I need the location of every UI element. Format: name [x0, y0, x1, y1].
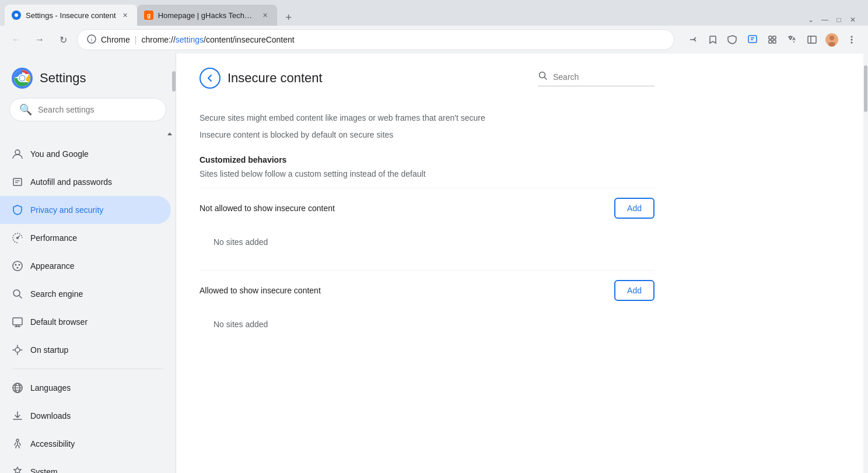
address-bar[interactable]: i Chrome | chrome://settings/content/ins…: [77, 29, 674, 50]
chevron-down-icon[interactable]: ⌄: [805, 14, 817, 26]
tab-ghacks-close[interactable]: ✕: [261, 10, 270, 20]
performance-icon: [12, 232, 23, 244]
reload-button[interactable]: ↻: [54, 30, 72, 49]
autofill-icon: [12, 176, 23, 188]
svg-rect-11: [769, 40, 772, 43]
description-2: Insecure content is blocked by default o…: [200, 129, 654, 141]
customized-behaviors-title: Customized behaviors: [200, 155, 654, 164]
lock-icon: i: [87, 34, 96, 45]
chrome-logo-icon: [12, 68, 33, 89]
sidebar-item-appearance[interactable]: Appearance: [0, 252, 171, 280]
sidebar-item-default-browser[interactable]: Default browser: [0, 308, 171, 336]
svg-text:i: i: [91, 37, 92, 43]
tab-ghacks-title: Homepage | gHacks Technology: [158, 11, 256, 20]
system-icon: [12, 466, 23, 473]
tab-settings-close[interactable]: ✕: [121, 10, 130, 20]
sidebar-toggle-icon[interactable]: [803, 30, 821, 49]
avatar-icon[interactable]: [822, 30, 841, 49]
person-icon: [12, 148, 23, 160]
svg-rect-12: [773, 40, 776, 43]
back-nav-button[interactable]: ←: [7, 30, 26, 49]
address-separator: |: [135, 35, 137, 44]
settings-search-input[interactable]: [38, 105, 156, 114]
page-title: Insecure content: [228, 71, 323, 86]
svg-rect-9: [769, 36, 772, 39]
sidebar-item-on-startup[interactable]: On startup: [0, 336, 171, 364]
svg-rect-6: [748, 36, 757, 43]
accessibility-icon: [12, 438, 23, 450]
svg-point-26: [15, 150, 20, 155]
sidebar-item-performance[interactable]: Performance: [0, 224, 171, 252]
sidebar-item-search-engine[interactable]: Search engine: [0, 280, 171, 308]
svg-text:g: g: [147, 12, 150, 19]
right-scrollbar[interactable]: [863, 54, 868, 473]
sidebar-item-languages-label: Languages: [30, 383, 71, 393]
main-content-wrapper: Insecure content Secure sites might e: [176, 54, 868, 473]
svg-point-34: [17, 267, 19, 269]
sidebar-item-downloads[interactable]: Downloads: [0, 402, 171, 430]
shield-icon[interactable]: [723, 30, 742, 49]
tab-settings-title: Settings - Insecure content: [26, 11, 116, 20]
back-button[interactable]: [200, 68, 220, 89]
svg-point-40: [15, 348, 20, 352]
forward-nav-button[interactable]: →: [30, 30, 49, 49]
svg-point-1: [15, 13, 18, 17]
svg-rect-13: [808, 36, 816, 43]
sidebar-item-system-label: System: [30, 467, 58, 473]
new-tab-button[interactable]: +: [281, 9, 297, 26]
search-engine-icon: [12, 288, 23, 300]
sidebar-item-autofill[interactable]: Autofill and passwords: [0, 168, 171, 196]
sidebar: Settings 🔍 You and Google: [0, 54, 176, 473]
not-allowed-no-sites: No sites added: [200, 228, 654, 256]
sidebar-item-privacy-label: Privacy and security: [30, 205, 103, 215]
svg-point-17: [828, 42, 835, 47]
svg-point-31: [13, 261, 22, 271]
allowed-no-sites: No sites added: [200, 310, 654, 338]
tab-settings[interactable]: Settings - Insecure content ✕: [5, 5, 137, 26]
svg-rect-10: [773, 36, 776, 39]
sidebar-item-you-and-google-label: You and Google: [30, 149, 89, 159]
sidebar-item-default-browser-label: Default browser: [30, 317, 88, 327]
page-search-box[interactable]: [538, 71, 654, 86]
menu-icon[interactable]: [842, 30, 861, 49]
globe-icon: [12, 382, 23, 394]
tab-search-icon[interactable]: [743, 30, 762, 49]
svg-point-16: [830, 36, 834, 40]
svg-point-18: [851, 36, 853, 38]
ghacks-favicon: g: [144, 10, 153, 20]
svg-point-19: [851, 39, 853, 41]
sidebar-item-search-engine-label: Search engine: [30, 289, 83, 299]
allowed-label: Allowed to show insecure content: [200, 286, 321, 295]
page-header: Insecure content: [200, 68, 654, 98]
page-search-icon: [538, 71, 548, 83]
sidebar-item-on-startup-label: On startup: [30, 345, 68, 355]
svg-point-20: [851, 42, 853, 44]
sidebar-item-languages[interactable]: Languages: [0, 374, 171, 402]
page-search-input[interactable]: [553, 72, 646, 82]
sidebar-header: Settings: [0, 58, 176, 93]
search-icon: 🔍: [19, 103, 32, 116]
allowed-add-button[interactable]: Add: [614, 280, 654, 301]
palette-icon: [12, 260, 23, 272]
svg-point-25: [20, 76, 25, 81]
sidebar-item-system[interactable]: System: [0, 458, 171, 473]
tab-ghacks[interactable]: g Homepage | gHacks Technology ✕: [137, 5, 277, 26]
translate-icon[interactable]: [783, 30, 802, 49]
svg-point-46: [16, 439, 19, 442]
not-allowed-add-button[interactable]: Add: [614, 198, 654, 219]
main-content: Insecure content Secure sites might e: [176, 54, 863, 473]
sidebar-item-privacy[interactable]: Privacy and security: [0, 196, 171, 224]
sidebar-item-you-and-google[interactable]: You and Google: [0, 140, 171, 168]
sidebar-divider: [12, 369, 164, 369]
bookmark-icon[interactable]: [704, 30, 722, 49]
not-allowed-section: Not allowed to show insecure content Add: [200, 188, 654, 228]
svg-point-33: [19, 264, 20, 266]
sidebar-item-autofill-label: Autofill and passwords: [30, 177, 112, 187]
sidebar-item-accessibility[interactable]: Accessibility: [0, 430, 171, 458]
minimize-button[interactable]: —: [819, 14, 831, 26]
close-button[interactable]: ✕: [847, 14, 859, 26]
maximize-button[interactable]: □: [833, 14, 845, 26]
extensions-icon[interactable]: [763, 30, 782, 49]
sidebar-item-downloads-label: Downloads: [30, 411, 71, 421]
share-icon[interactable]: [684, 30, 702, 49]
